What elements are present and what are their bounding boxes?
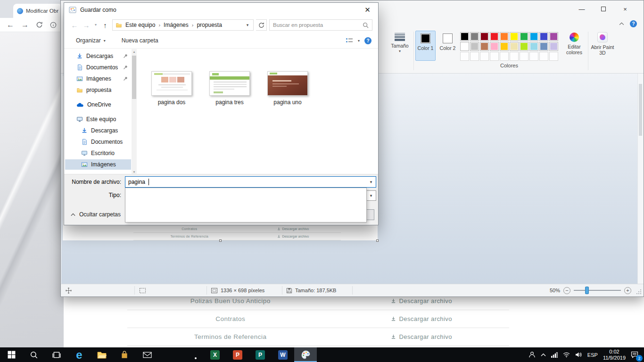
dialog-close-button[interactable]: ✕ [357,3,378,16]
taskbar-app-firefox[interactable] [158,347,181,362]
breadcrumb-item[interactable]: Este equipo [124,22,157,28]
taskbar-app-excel[interactable]: X [204,347,226,362]
show-hidden-icons-icon[interactable] [541,353,546,357]
chevron-down-icon[interactable]: ▾ [244,23,251,27]
palette-swatch[interactable] [480,32,489,41]
search-icon[interactable] [363,22,369,28]
open-paint3d-button[interactable]: Abrir Paint 3D [590,32,615,56]
hide-folders-button[interactable]: Ocultar carpetas [71,211,121,218]
taskbar-app-search[interactable] [23,347,45,362]
taskbar-app-start[interactable] [0,347,23,362]
people-icon[interactable] [528,351,536,358]
views-icon[interactable] [346,37,353,44]
forward-icon[interactable]: → [21,21,29,29]
refresh-button[interactable] [256,19,267,31]
taskbar-app-mail[interactable] [136,347,158,362]
zoom-in-button[interactable]: + [624,287,631,294]
breadcrumb-item[interactable]: Imágenes [162,22,190,28]
sidebar-item-descargas[interactable]: Descargas [65,51,131,61]
sidebar-item-documentos[interactable]: Documentos [65,62,131,73]
up-icon[interactable]: ↑ [100,22,110,29]
palette-swatch[interactable] [460,42,469,51]
palette-swatch[interactable] [549,32,558,41]
palette-empty-slot[interactable] [520,52,528,61]
volume-icon[interactable] [575,352,582,358]
help-icon[interactable]: ? [364,37,372,44]
notification-badge[interactable]: 2 [636,355,643,362]
language-indicator[interactable]: ESP [587,352,598,358]
edit-colors-button[interactable]: Editar colores [562,32,586,55]
back-icon[interactable]: ← [7,21,14,29]
taskbar-app-store[interactable] [113,347,136,362]
taskbar-app-chrome[interactable] [181,347,204,362]
download-link[interactable]: Descargar archivo [333,315,509,322]
palette-swatch[interactable] [539,32,548,41]
sidebar-item-imagenes[interactable]: Imágenes [65,159,131,170]
address-bar[interactable]: Este equipo › Imágenes › propuesta ▾ [112,19,254,31]
canvas-vertical-scrollbar[interactable] [637,74,643,284]
zoom-out-button[interactable]: − [563,287,570,294]
cellular-signal-icon[interactable] [551,352,558,358]
back-icon[interactable]: ← [70,22,79,29]
palette-swatch[interactable] [539,42,548,51]
file-item-pagina-tres[interactable]: pagina tres [208,71,251,106]
palette-swatch[interactable] [470,42,479,51]
minimize-button[interactable]: — [571,2,593,16]
maximize-button[interactable] [593,2,614,16]
close-button[interactable]: × [614,2,636,16]
canvas-resize-handle-bottom[interactable] [219,239,222,242]
taskbar-app-paint[interactable] [294,347,317,362]
palette-swatch[interactable] [490,42,499,51]
palette-empty-slot[interactable] [529,52,538,61]
palette-swatch[interactable] [500,42,509,51]
clock[interactable]: 0:02 11/9/2019 [603,349,626,361]
palette-swatch[interactable] [480,42,489,51]
scroll-up-icon[interactable]: ▲ [132,49,137,55]
search-input[interactable] [273,22,360,28]
palette-swatch[interactable] [470,32,479,41]
taskbar-app-powerpoint[interactable]: P [226,347,249,362]
resize-grip[interactable] [636,289,642,295]
palette-empty-slot[interactable] [480,52,489,61]
zoom-slider-thumb[interactable] [585,287,589,294]
file-item-pagina-uno[interactable]: pagina uno [266,71,309,106]
color1-button[interactable]: Color 1 [415,31,436,61]
palette-empty-slot[interactable] [549,52,558,61]
size-button[interactable]: Tamaño ▾ [388,32,412,53]
palette-empty-slot[interactable] [470,52,479,61]
sidebar-item-documentos[interactable]: Documentos [65,137,131,147]
palette-swatch[interactable] [549,42,558,51]
forward-icon[interactable]: → [82,22,91,29]
zoom-slider[interactable] [574,290,621,291]
palette-swatch[interactable] [529,42,538,51]
organize-button[interactable]: Organizar ▾ [76,37,106,44]
new-folder-button[interactable]: Nueva carpeta [122,37,158,44]
palette-empty-slot[interactable] [460,52,469,61]
filename-input[interactable] [125,179,366,185]
sidebar-item-descargas[interactable]: Descargas [65,125,131,136]
refresh-icon[interactable] [36,21,43,28]
palette-swatch[interactable] [510,32,519,41]
download-link[interactable]: Descargar archivo [333,297,509,304]
collapse-ribbon-icon[interactable] [619,22,624,25]
palette-swatch[interactable] [520,42,528,51]
palette-swatch[interactable] [529,32,538,41]
palette-empty-slot[interactable] [539,52,548,61]
palette-swatch[interactable] [500,32,509,41]
taskbar-app-edge[interactable]: e [68,347,91,362]
palette-empty-slot[interactable] [490,52,499,61]
sidebar-item-imagenes[interactable]: Imágenes [65,74,131,84]
download-link[interactable]: Descargar archivo [246,235,341,238]
canvas-resize-handle-corner[interactable] [376,239,379,242]
scrollbar-thumb[interactable] [132,56,136,99]
breadcrumb-item[interactable]: propuesta [195,22,223,28]
taskbar-app-task-view[interactable] [45,347,68,362]
palette-swatch[interactable] [490,32,499,41]
sidebar-item-propuesta[interactable]: propuesta [65,85,131,95]
file-item-pagina-dos[interactable]: pagina dos [150,71,193,106]
chevron-down-icon[interactable]: ▾ [358,39,360,43]
color2-button[interactable]: Color 2 [438,31,458,61]
history-chevron-icon[interactable]: ▾ [93,23,98,27]
chevron-down-icon[interactable]: ▾ [366,180,376,184]
palette-empty-slot[interactable] [510,52,519,61]
